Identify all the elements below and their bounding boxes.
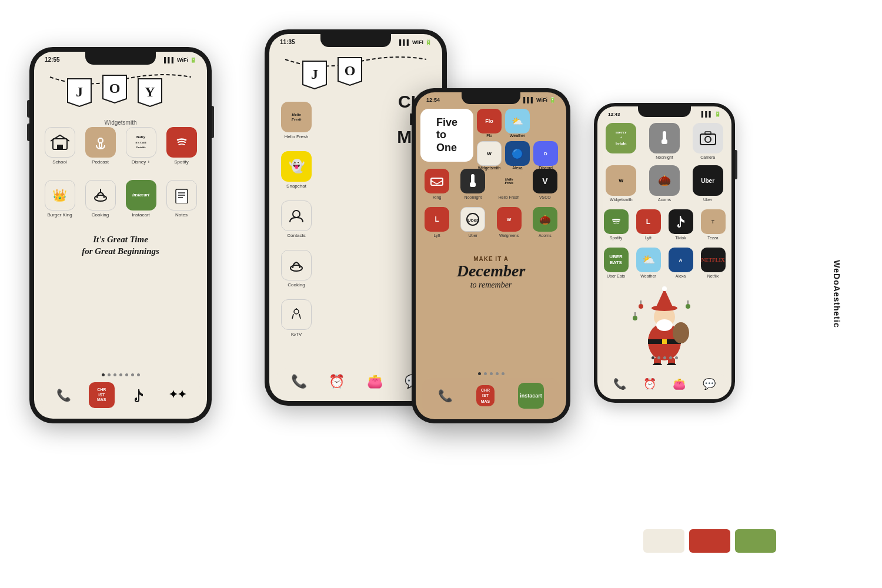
uber-label-4: Uber [703,198,712,202]
discord-icon-3: D [533,141,558,166]
five-to-one-widget: FivetoOne [420,109,473,162]
app-widgetsmith-4[interactable]: W Widgetsmith [601,165,642,202]
dot-3-3 [490,372,493,375]
merry-bright-icon: merry+bright [606,123,636,153]
netflix-icon-4: NETFLIX [701,248,726,272]
santa-area [597,283,731,365]
app-vsco-3[interactable]: V VSCO [529,169,562,199]
dot-4-5 [675,356,678,359]
app-walgreens-3[interactable]: W Walgreens [493,207,526,238]
dock-tiktok[interactable] [126,382,152,408]
acorns-label-3: Acorns [539,233,552,238]
app-tiktok-4[interactable]: Tiktok [666,209,696,240]
dock-phone-3[interactable]: 📞 [438,389,453,403]
app-uber-eats-4[interactable]: UBEREATS Uber Eats [601,248,631,278]
disney-label: Disney + [132,159,150,165]
app-alexa-4[interactable]: A Alexa [666,248,696,278]
app-noonlight-4[interactable]: Noonlight [644,123,685,159]
app-spotify[interactable]: Spotify [163,127,200,165]
dock-chat-4[interactable]: 💬 [703,377,716,390]
app-notes[interactable]: Notes [163,180,200,218]
ring-label: Ring [433,195,441,199]
camera-icon-4 [693,123,723,153]
widgetsmith-icon-4: W [606,165,636,196]
dock-christmas-3[interactable]: CHRISTMAS [476,385,495,406]
dock-alarm-4[interactable]: ⏰ [643,377,656,390]
app-row-2: 👑 Burger King Cooking instacart Ins [34,180,207,218]
app-alexa-3[interactable]: 🔵 Alexa [505,141,530,170]
dock-wallet-2[interactable]: 👛 [367,374,383,389]
swatch-red [689,529,730,553]
svg-point-46 [673,322,689,343]
app-contacts[interactable]: Contacts [281,201,312,238]
app-uber-3[interactable]: Uber Uber [456,207,489,238]
app-row-1: School Podcast Babyit's ColdOutside Disn… [34,127,207,165]
app-cooking[interactable]: Cooking [82,180,119,218]
battery-3: 🔋 [549,97,556,103]
app-noonlight-3[interactable]: Noonlight [456,169,489,199]
dot-3-5 [502,372,505,375]
app-cooking-2[interactable]: Cooking [281,250,312,288]
cooking-label-2: Cooking [288,282,305,288]
app-podcast[interactable]: Podcast [82,127,119,165]
time-2: 11:35 [280,39,295,45]
app-merry-bright[interactable]: merry+bright [601,123,642,159]
app-flo[interactable]: Flo Flo [477,109,502,138]
app-column-2: HelloFresh Hello Fresh 👻 Snapchat C [281,102,312,337]
app-hellofresh-3[interactable]: HelloFresh Hello Fresh [493,169,526,199]
lyft-label-4: Lyft [645,236,652,240]
app-acorns-4[interactable]: 🌰 Acorns [644,165,685,202]
phone-4-screen: 12:43 ▌▌▌ 🔋 merry+bright Noonligh [597,106,731,399]
instacart-icon: instacart [126,180,156,211]
swatch-green [735,529,776,553]
app-weather[interactable]: ⛅ Weather [505,109,530,138]
power-button [212,106,214,138]
school-icon [45,127,75,158]
app-uber-4[interactable]: Uber Uber [687,165,728,202]
school-label: School [52,159,66,165]
hellofresh-icon-3: HelloFresh [497,169,522,193]
dock-phone[interactable]: 📞 [51,382,76,408]
app-row-4-4: UBEREATS Uber Eats ⛅ Weather A Alexa NET… [601,248,728,278]
dock-1: 📞 CHRISTMAS ✦✦ [41,377,200,413]
svg-rect-7 [57,145,63,149]
december-widget: MAKE IT A December to remember [420,250,562,296]
app-snapchat[interactable]: 👻 Snapchat [281,151,312,189]
app-weather-4[interactable]: ⛅ Weather [633,248,663,278]
widget-label-1: Widgetsmith [34,116,207,127]
notch-2 [320,34,391,47]
netflix-label-4: Netflix [707,274,719,278]
app-disney[interactable]: Babyit's ColdOutside Disney + [122,127,159,165]
app-igtv[interactable]: IGTV [281,299,312,337]
app-acorns-3[interactable]: 🌰 Acorns [529,207,562,238]
app-netflix-4[interactable]: NETFLIX Netflix [698,248,728,278]
app-instacart[interactable]: instacart Instacart [122,180,159,218]
app-discord-3[interactable]: D Discord [533,141,558,170]
dot-3 [113,373,116,376]
dock-phone-4[interactable]: 📞 [613,377,626,390]
hello-fresh-icon-2: HelloFresh [281,102,312,132]
app-lyft-4[interactable]: L Lyft [633,209,663,240]
app-hello-fresh-2[interactable]: HelloFresh Hello Fresh [281,102,312,139]
dock-wallet-4[interactable]: 👛 [673,377,686,390]
app-spotify-4[interactable]: Spotify [601,209,631,240]
dot-4-2 [657,356,660,359]
app-burger-king[interactable]: 👑 Burger King [41,180,78,218]
app-camera-4[interactable]: Camera [687,123,728,159]
dock-instacart-3[interactable]: instacart [518,383,544,409]
app-school[interactable]: School [41,127,78,165]
dock-alarm-2[interactable]: ⏰ [329,374,345,389]
app-ring[interactable]: Ring [420,169,453,199]
bottom-right-row: W Widgetsmith 🔵 Alexa D Discord [477,141,562,170]
app-lyft-3[interactable]: L Lyft [420,207,453,238]
dock-phone-2[interactable]: 📞 [291,374,307,389]
weather-icon-4: ⛅ [636,248,661,272]
dock-christmas[interactable]: CHRISTMAS [89,382,115,408]
dot-1 [102,373,105,376]
app-tezza-4[interactable]: T Tezza [698,209,728,240]
app-widgetsmith-3[interactable]: W Widgetsmith [477,141,502,170]
igtv-icon [281,299,312,330]
alexa-icon-4: A [669,248,693,272]
app-row-4-2: W Widgetsmith 🌰 Acorns Uber Uber [601,165,728,202]
dock-lights[interactable]: ✦✦ [165,382,191,408]
